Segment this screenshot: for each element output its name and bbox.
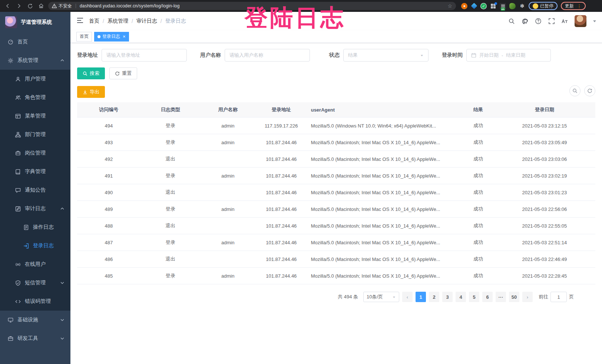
table-row[interactable]: 487登录admin101.87.244.46Mozilla/5.0 (Maci…: [77, 234, 595, 251]
sidebar-item-在线用户[interactable]: 在线用户: [0, 255, 70, 274]
sidebar-item-角色管理[interactable]: 角色管理: [0, 88, 70, 107]
page-button-50[interactable]: 50: [509, 292, 519, 302]
sidebar-item-用户管理[interactable]: 用户管理: [0, 70, 70, 88]
table-cell: 2021-05-03 23:02:19: [494, 168, 595, 184]
table-row[interactable]: 488退出101.87.244.46Mozilla/5.0 (Macintosh…: [77, 218, 595, 234]
browser-home-icon[interactable]: [37, 2, 45, 10]
github-icon[interactable]: [521, 17, 529, 25]
reset-button[interactable]: 重置: [109, 67, 137, 79]
sidebar-item-菜单管理[interactable]: 菜单管理: [0, 107, 70, 125]
table-cell: [201, 218, 255, 234]
goto-page-input[interactable]: 1: [550, 292, 567, 302]
sidebar-item-label: 研发工具: [17, 335, 38, 342]
table-row[interactable]: 486退出101.87.244.46Mozilla/5.0 (Macintosh…: [77, 251, 595, 268]
search-button[interactable]: 搜索: [77, 67, 105, 79]
extension-orange-icon[interactable]: [461, 3, 467, 9]
sidebar-item-部门管理[interactable]: 部门管理: [0, 125, 70, 144]
export-button[interactable]: 导出: [77, 86, 105, 98]
browser-reload-icon[interactable]: [26, 2, 34, 10]
sidebar-item-操作日志[interactable]: 操作日志: [0, 218, 70, 236]
extension-grid-icon[interactable]: [490, 3, 496, 9]
profile-paused-pill[interactable]: 已暂停: [529, 2, 558, 10]
extension-leaf-icon[interactable]: [509, 3, 516, 9]
login-address-input[interactable]: 请输入登录地址: [102, 49, 187, 62]
table-body: 494登录admin117.159.17.226Mozilla/5.0 (Win…: [77, 118, 595, 284]
tag-登录日志[interactable]: 登录日志×: [94, 32, 129, 42]
page-button-2[interactable]: 2: [429, 292, 439, 302]
sidebar-item-首页[interactable]: 首页: [0, 33, 70, 51]
breadcrumb-item[interactable]: 首页: [89, 18, 99, 24]
bookmark-star-icon[interactable]: ☆: [447, 3, 452, 9]
sidebar-menu: 首页系统管理用户管理角色管理菜单管理部门管理岗位管理字典管理通知公告审计日志操作…: [0, 33, 70, 364]
next-page-button[interactable]: ›: [522, 292, 533, 302]
extension-blue-diamond-icon[interactable]: [471, 3, 477, 9]
column-header: 用户名称: [201, 102, 255, 118]
font-size-icon[interactable]: [561, 17, 569, 25]
hamburger-icon[interactable]: [76, 17, 84, 25]
fullscreen-icon[interactable]: [548, 17, 555, 25]
page-button-6[interactable]: 6: [482, 292, 493, 302]
filter-form: 登录地址 请输入登录地址 用户名称 请输入用户名称 状态 结果 ▼ 登录时间 开…: [77, 49, 595, 62]
url-text[interactable]: dashboard.yudao.iocoder.cn/system/log/lo…: [80, 3, 445, 9]
table-row[interactable]: 493登录admin101.87.244.46Mozilla/5.0 (Maci…: [77, 134, 595, 151]
sidebar-item-岗位管理[interactable]: 岗位管理: [0, 144, 70, 162]
tags-bar: 首页登录日志×: [70, 30, 602, 43]
table-cell: admin: [201, 118, 255, 134]
sidebar-item-基础设施[interactable]: 基础设施: [0, 311, 70, 329]
sidebar-item-登录日志[interactable]: 登录日志: [0, 236, 70, 255]
refresh-table-button[interactable]: [584, 85, 595, 96]
sidebar-item-通知公告[interactable]: 通知公告: [0, 181, 70, 199]
sidebar-item-字典管理[interactable]: 字典管理: [0, 162, 70, 181]
page-button-3[interactable]: 3: [442, 292, 453, 302]
page-ellipsis[interactable]: ···: [496, 292, 506, 302]
browser-forward-icon[interactable]: [15, 2, 23, 10]
prev-page-button[interactable]: ‹: [402, 292, 413, 302]
sidebar-item-系统管理[interactable]: 系统管理: [0, 51, 70, 70]
extension-green-check-icon[interactable]: ✓: [480, 3, 487, 9]
table-row[interactable]: 492退出101.87.244.46Mozilla/5.0 (Macintosh…: [77, 151, 595, 168]
login-time-range-picker[interactable]: 开始日期 - 结束日期: [466, 49, 551, 62]
sidebar-item-审计日志[interactable]: 审计日志: [0, 199, 70, 218]
page-button-1[interactable]: 1: [416, 292, 426, 302]
help-icon[interactable]: [535, 17, 542, 25]
breadcrumb-item[interactable]: 系统管理: [108, 18, 128, 24]
address-bar[interactable]: 不安全 dashboard.yudao.iocoder.cn/system/lo…: [48, 2, 456, 10]
table-row[interactable]: 489登录admin101.87.244.46Mozilla/5.0 (Maci…: [77, 201, 595, 218]
sidebar-logo-row[interactable]: 芋道管理系统: [0, 12, 70, 33]
table-cell: admin: [201, 268, 255, 284]
page-button-5[interactable]: 5: [469, 292, 479, 302]
header-search-icon[interactable]: [508, 17, 515, 25]
browser-menu-icon[interactable]: ⋮: [577, 3, 582, 9]
breadcrumb-item[interactable]: 审计日志: [136, 18, 157, 24]
page-button-4[interactable]: 4: [456, 292, 466, 302]
extensions-puzzle-icon[interactable]: ✻: [519, 3, 525, 9]
security-warning[interactable]: 不安全: [52, 3, 72, 9]
sidebar-item-研发工具[interactable]: 研发工具: [0, 329, 70, 348]
close-icon[interactable]: ×: [123, 34, 126, 39]
table-row[interactable]: 494登录admin117.159.17.226Mozilla/5.0 (Win…: [77, 118, 595, 134]
column-header: 登录地址: [255, 102, 307, 118]
table-cell: admin: [201, 201, 255, 218]
page-size-select[interactable]: 10条/页 ▼: [363, 292, 399, 302]
table-row[interactable]: 491登录admin101.87.244.46Mozilla/5.0 (Maci…: [77, 168, 595, 184]
sidebar-item-label: 在线用户: [25, 261, 46, 268]
warning-icon: [52, 4, 57, 8]
table-cell: 101.87.244.46: [255, 218, 307, 234]
table-row[interactable]: 485登录admin101.87.244.46Mozilla/5.0 (Maci…: [77, 268, 595, 284]
browser-back-icon[interactable]: [4, 2, 12, 10]
tag-首页[interactable]: 首页: [76, 32, 92, 42]
user-avatar[interactable]: [575, 15, 586, 27]
status-select[interactable]: 结果 ▼: [343, 49, 429, 62]
monitor-icon: [7, 317, 13, 323]
table-cell: Mozilla/5.0 (Windows NT 10.0; Win64; x64…: [307, 118, 463, 134]
avatar-caret-icon[interactable]: [593, 20, 596, 22]
table-cell: 101.87.244.46: [255, 201, 307, 218]
sidebar-item-短信管理[interactable]: 短信管理: [0, 274, 70, 292]
table-row[interactable]: 490退出101.87.244.46Mozilla/5.0 (Macintosh…: [77, 184, 595, 201]
toggle-search-button[interactable]: [569, 85, 580, 96]
extension-list-icon[interactable]: on: [500, 3, 506, 9]
chrome-update-pill[interactable]: 更新 ⋮: [561, 2, 586, 10]
username-input[interactable]: 请输入用户名称: [225, 49, 310, 62]
sidebar-item-错误码管理[interactable]: 错误码管理: [0, 292, 70, 311]
table-cell: 101.87.244.46: [255, 168, 307, 184]
